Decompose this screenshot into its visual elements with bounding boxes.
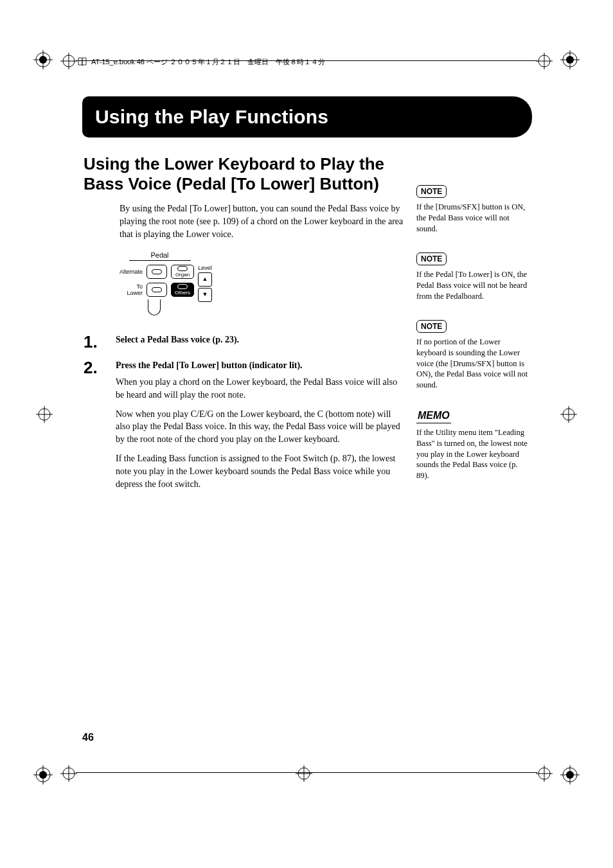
side-notes-column: NOTE If the [Drums/SFX] button is ON, th… (416, 185, 529, 499)
step-para: If the Leading Bass function is assigned… (116, 452, 405, 491)
note-label: NOTE (416, 252, 447, 265)
book-icon (77, 57, 87, 67)
diagram-level-up-button: ▲ (198, 272, 212, 287)
note-text: If no portion of the Lower keyboard is s… (416, 337, 529, 391)
crosshair-icon (560, 406, 577, 423)
step-heading: Select a Pedal Bass voice (p. 23). (116, 333, 405, 346)
note-text: If the [Drums/SFX] button is ON, the Ped… (416, 202, 529, 235)
finger-pointer-icon (148, 299, 161, 315)
printer-mark-icon (33, 765, 53, 784)
note-label: NOTE (416, 320, 447, 333)
memo-block: MEMO If the Utility menu item "Leading B… (416, 409, 529, 481)
pedal-diagram: Pedal Alternate To Lower Organ (120, 251, 200, 315)
diagram-tolower-label: To Lower (120, 283, 143, 296)
crosshair-icon (36, 406, 53, 423)
diagram-others-button: Others (171, 283, 194, 297)
note-block: NOTE If no portion of the Lower keyboard… (416, 320, 529, 391)
chapter-title: Using the Play Functions (95, 106, 328, 128)
memo-text: If the Utility menu item "Leading Bass" … (416, 427, 529, 481)
book-info-header: AT-15_e.book 46 ページ ２００５年１月２１日 金曜日 午後８時１… (77, 57, 325, 67)
memo-label: MEMO (416, 409, 451, 423)
diagram-organ-button: Organ (171, 265, 194, 279)
book-info-text: AT-15_e.book 46 ページ ２００５年１月２１日 金曜日 午後８時１… (91, 57, 325, 67)
step-1: 1. Select a Pedal Bass voice (p. 23). (84, 333, 405, 350)
crosshair-icon (536, 53, 553, 69)
note-label: NOTE (416, 185, 447, 198)
note-block: NOTE If the [Drums/SFX] button is ON, th… (416, 185, 529, 235)
step-number: 2. (84, 359, 116, 497)
diagram-level-down-button: ▼ (198, 288, 212, 302)
crop-line (76, 772, 537, 773)
main-content: Using the Lower Keyboard to Play the Bas… (84, 154, 405, 506)
crosshair-icon (60, 765, 77, 782)
diagram-alternate-button (147, 265, 167, 279)
printer-mark-icon (33, 50, 53, 69)
note-text: If the Pedal [To Lower] is ON, the Pedal… (416, 269, 529, 302)
step-2: 2. Press the Pedal [To Lower] button (in… (84, 359, 405, 497)
printer-mark-icon (560, 765, 580, 784)
step-number: 1. (84, 333, 116, 350)
diagram-alternate-label: Alternate (120, 269, 143, 275)
steps-list: 1. Select a Pedal Bass voice (p. 23). 2.… (84, 333, 405, 497)
crosshair-icon (536, 765, 553, 782)
chapter-banner: Using the Play Functions (82, 96, 532, 137)
crosshair-icon (60, 53, 77, 69)
diagram-tolower-button (147, 283, 167, 297)
step-para: Now when you play C/E/G on the Lower key… (116, 408, 405, 447)
step-heading: Press the Pedal [To Lower] button (indic… (116, 359, 405, 372)
step-para: When you play a chord on the Lower keybo… (116, 376, 405, 402)
note-block: NOTE If the Pedal [To Lower] is ON, the … (416, 252, 529, 302)
section-title: Using the Lower Keyboard to Play the Bas… (84, 154, 405, 193)
diagram-level-label: Level (198, 265, 212, 271)
crosshair-icon (296, 765, 312, 782)
page: AT-15_e.book 46 ページ ２００５年１月２１日 金曜日 午後８時１… (0, 0, 613, 868)
printer-mark-icon (560, 50, 580, 69)
page-number: 46 (82, 732, 94, 743)
section-intro: By using the Pedal [To Lower] button, yo… (120, 202, 405, 241)
diagram-header: Pedal (129, 251, 191, 261)
